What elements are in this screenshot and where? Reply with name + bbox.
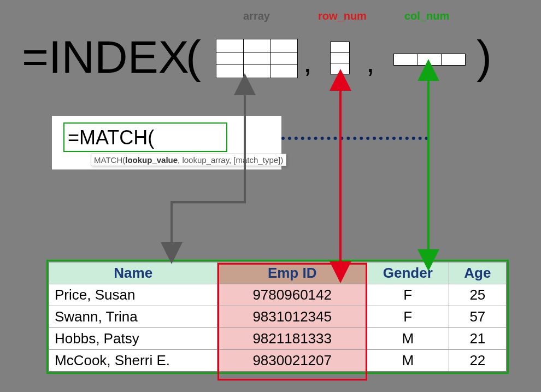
row-num-label: row_num [318, 10, 367, 22]
colnum-grid-icon [393, 54, 466, 66]
table-header-row: Name Emp ID Gender Age [49, 262, 507, 284]
col-num-label: col_num [404, 10, 449, 22]
cell-empid: 9780960142 [217, 284, 367, 306]
table-row: Swann, Trina 9831012345 F 57 [49, 306, 507, 328]
comma-2: , [366, 44, 375, 79]
close-paren: ) [477, 31, 492, 84]
cell-name: Hobbs, Patsy [49, 328, 217, 350]
cell-gender: M [367, 328, 449, 350]
array-grid-icon [216, 39, 298, 78]
tooltip-arg1: lookup_value [125, 155, 178, 165]
cell-age: 22 [449, 350, 507, 372]
employee-table: Name Emp ID Gender Age Price, Susan 9780… [48, 261, 507, 372]
cell-age: 25 [449, 284, 507, 306]
cell-empid: 9831012345 [217, 306, 367, 328]
cell-name: Price, Susan [49, 284, 217, 306]
col-header-gender: Gender [367, 262, 449, 284]
index-formula-text: =INDEX [22, 31, 189, 84]
tooltip-fn: MATCH( [94, 155, 125, 165]
comma-1: , [303, 44, 312, 79]
cell-gender: F [367, 306, 449, 328]
table-row: Hobbs, Patsy 9821181333 M 21 [49, 328, 507, 350]
table-row: McCook, Sherri E. 9830021207 M 22 [49, 350, 507, 372]
col-header-empid: Emp ID [217, 262, 367, 284]
tooltip-rest: , lookup_array, [match_type]) [178, 155, 283, 165]
cell-age: 57 [449, 306, 507, 328]
cell-gender: M [367, 350, 449, 372]
array-label: array [243, 10, 270, 22]
table-row: Price, Susan 9780960142 F 25 [49, 284, 507, 306]
match-cell-editor[interactable]: =MATCH( [63, 122, 227, 152]
cell-name: Swann, Trina [49, 306, 217, 328]
rownum-grid-icon [330, 42, 350, 74]
cell-age: 21 [449, 328, 507, 350]
open-paren: ( [186, 31, 201, 84]
col-header-name: Name [49, 262, 217, 284]
cell-name: McCook, Sherri E. [49, 350, 217, 372]
cell-gender: F [367, 284, 449, 306]
cell-empid: 9830021207 [217, 350, 367, 372]
cell-empid: 9821181333 [217, 328, 367, 350]
col-header-age: Age [449, 262, 507, 284]
match-function-tooltip: MATCH(lookup_value, lookup_array, [match… [91, 154, 286, 166]
